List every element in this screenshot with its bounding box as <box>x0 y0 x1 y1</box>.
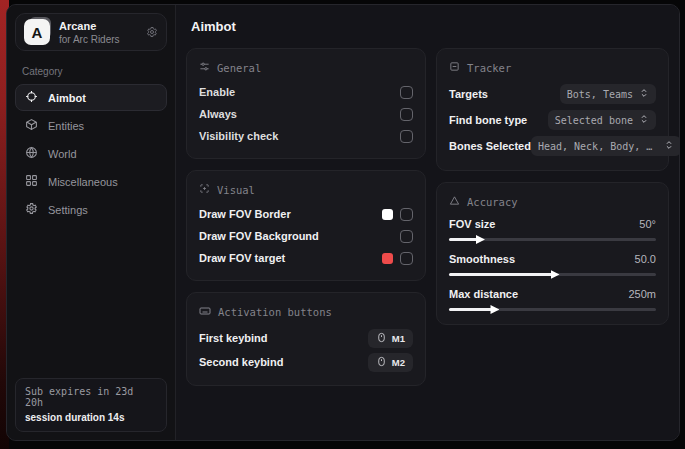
main-panel: Aimbot General Enable <box>176 5 679 440</box>
brand-title: Arcane <box>59 20 137 32</box>
general-row-visibility-check: Visibility check <box>199 125 413 147</box>
visual-card-header: Visual <box>199 183 413 196</box>
dropdown-value: Head, Neck, Body, Pe.. <box>538 141 658 152</box>
slider-thumb[interactable] <box>490 305 499 314</box>
fov-target-checkbox[interactable] <box>400 252 413 265</box>
general-card: General Enable Always Visibility check <box>186 48 426 159</box>
sidebar: A Arcane for Arc Riders Category Aimbot <box>7 5 176 440</box>
keybind-value: M2 <box>392 357 405 368</box>
general-row-enable: Enable <box>199 81 413 103</box>
sidebar-item-label: World <box>48 148 77 160</box>
visual-header-label: Visual <box>217 184 255 196</box>
activation-buttons-card: Activation buttons First keybind M1 <box>186 292 426 386</box>
keyboard-icon <box>199 305 211 319</box>
accuracy-header-label: Accuracy <box>467 196 518 208</box>
crosshair-icon <box>25 90 38 105</box>
row-label: Targets <box>449 88 488 100</box>
chevrons-up-down-icon <box>639 88 649 100</box>
row-label: Draw FOV target <box>199 252 285 264</box>
brand-subtitle: for Arc Riders <box>59 34 137 45</box>
slider-head: Max distance 250m <box>449 285 656 303</box>
card-columns: General Enable Always Visibility check <box>186 48 669 386</box>
fov-background-checkbox[interactable] <box>400 230 413 243</box>
chevrons-up-down-icon <box>664 140 674 152</box>
brand-logo: A <box>24 19 50 45</box>
slider-head: FOV size 50° <box>449 215 656 233</box>
sub-expiry-text: Sub expires in 23d 20h <box>25 386 157 408</box>
row-controls <box>382 252 413 265</box>
always-checkbox[interactable] <box>400 108 413 121</box>
row-label: Second keybind <box>199 356 283 368</box>
row-label: Visibility check <box>199 130 278 142</box>
fov-size-slider[interactable] <box>449 238 656 241</box>
sidebar-item-label: Aimbot <box>48 92 86 104</box>
triangle-icon <box>449 195 460 208</box>
row-label: Draw FOV Border <box>199 208 291 220</box>
sidebar-item-miscellaneous[interactable]: Miscellaneous <box>15 168 167 195</box>
tracker-card: Tracker Targets Bots, Teams <box>436 48 669 171</box>
accuracy-card: Accuracy FOV size 50° <box>436 182 669 325</box>
activation-row-first-keybind: First keybind M1 <box>199 326 413 350</box>
page-title: Aimbot <box>191 19 669 34</box>
targets-dropdown[interactable]: Bots, Teams <box>560 84 656 104</box>
visual-row-fov-background: Draw FOV Background <box>199 225 413 247</box>
right-column: Tracker Targets Bots, Teams <box>436 48 669 325</box>
first-keybind-button[interactable]: M1 <box>368 329 413 348</box>
row-controls <box>382 208 413 221</box>
keybind-value: M1 <box>392 333 405 344</box>
max-distance-slider[interactable] <box>449 308 656 311</box>
activation-card-header: Activation buttons <box>199 305 413 319</box>
dropdown-value: Selected bone <box>555 115 633 126</box>
sidebar-item-label: Entities <box>48 120 84 132</box>
mouse-icon <box>376 356 387 369</box>
session-duration-text: session duration 14s <box>25 412 157 423</box>
general-row-always: Always <box>199 103 413 125</box>
dropdown-value: Bots, Teams <box>567 89 633 100</box>
smoothness-slider[interactable] <box>449 273 656 276</box>
enable-checkbox[interactable] <box>400 86 413 99</box>
fov-border-checkbox[interactable] <box>400 208 413 221</box>
smoothness-slider-group: Smoothness 50.0 <box>449 250 656 276</box>
activation-header-label: Activation buttons <box>218 306 332 318</box>
tracker-row-find-bone-type: Find bone type Selected bone <box>449 107 656 133</box>
slider-thumb[interactable] <box>551 270 560 279</box>
visual-row-fov-target: Draw FOV target <box>199 247 413 269</box>
tracker-card-header: Tracker <box>449 61 656 74</box>
bones-selected-dropdown[interactable]: Head, Neck, Body, Pe.. <box>531 136 679 156</box>
arcane-cheat-window: A Arcane for Arc Riders Category Aimbot <box>6 4 680 441</box>
visibility-check-checkbox[interactable] <box>400 130 413 143</box>
row-label: Draw FOV Background <box>199 230 319 242</box>
slider-value: 250m <box>628 288 656 300</box>
tracker-header-label: Tracker <box>467 62 511 74</box>
sliders-icon <box>199 61 210 74</box>
grid-icon <box>25 174 38 189</box>
second-keybind-button[interactable]: M2 <box>368 353 413 372</box>
fov-target-color-swatch[interactable] <box>382 253 393 264</box>
slider-value: 50.0 <box>635 253 656 265</box>
slider-fill <box>449 273 553 276</box>
sidebar-item-label: Miscellaneous <box>48 176 118 188</box>
brand-card: A Arcane for Arc Riders <box>15 13 167 51</box>
fov-border-color-swatch[interactable] <box>382 209 393 220</box>
row-label: Always <box>199 108 237 120</box>
general-header-label: General <box>217 62 261 74</box>
tracker-row-targets: Targets Bots, Teams <box>449 81 656 107</box>
sidebar-item-world[interactable]: World <box>15 140 167 167</box>
sidebar-item-entities[interactable]: Entities <box>15 112 167 139</box>
mouse-icon <box>376 332 387 345</box>
brand-logo-letter: A <box>24 19 50 45</box>
brand-gear-icon[interactable] <box>146 26 158 38</box>
subscription-info-box: Sub expires in 23d 20h session duration … <box>15 378 167 432</box>
sidebar-item-settings[interactable]: Settings <box>15 196 167 223</box>
general-card-header: General <box>199 61 413 74</box>
tracker-row-bones-selected: Bones Selected Head, Neck, Body, Pe.. <box>449 133 656 159</box>
row-controls <box>400 230 413 243</box>
slider-thumb[interactable] <box>476 235 485 244</box>
row-label: Enable <box>199 86 235 98</box>
left-column: General Enable Always Visibility check <box>186 48 426 386</box>
sidebar-item-aimbot[interactable]: Aimbot <box>15 84 167 111</box>
find-bone-type-dropdown[interactable]: Selected bone <box>548 110 656 130</box>
slider-fill <box>449 238 478 241</box>
fov-size-slider-group: FOV size 50° <box>449 215 656 241</box>
sidebar-nav: Aimbot Entities World <box>15 84 167 224</box>
